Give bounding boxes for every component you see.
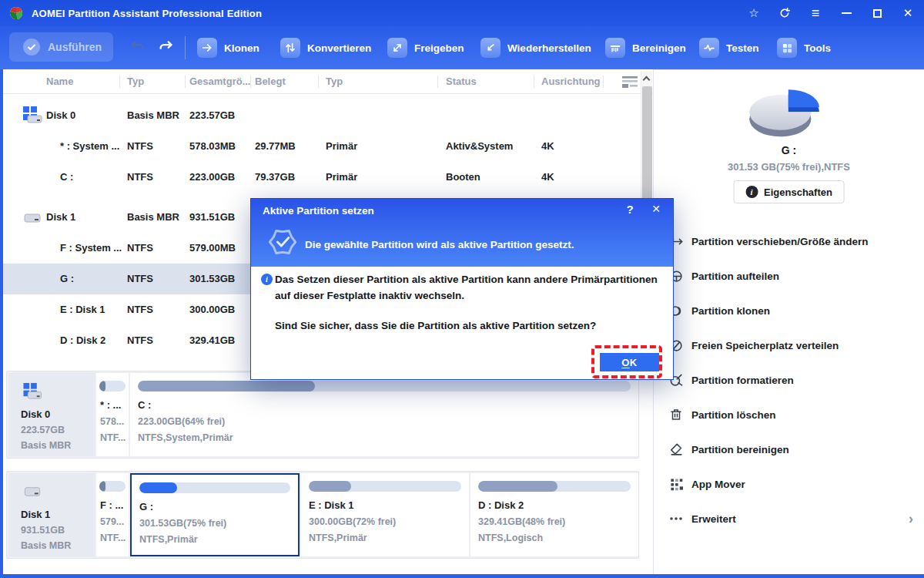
column-header-typ[interactable]: Typ <box>127 76 144 87</box>
disk-icon <box>22 207 42 227</box>
dialog-title: Aktive Partition setzen <box>263 205 374 217</box>
clone-button[interactable]: Klonen <box>197 35 259 60</box>
set-active-partition-dialog: Aktive Partition setzen ? ✕ Die gewählte… <box>250 198 674 380</box>
properties-button[interactable]: i Eigenschaften <box>733 180 845 203</box>
undo-icon[interactable] <box>129 37 146 54</box>
disk1-panel: Disk 1 931.51GB Basis MBR F : ... 579...… <box>6 471 639 559</box>
table-row[interactable]: * : System ... NTFS 578.03MB 29.77MB Pri… <box>0 131 639 162</box>
share-button[interactable]: Freigeben <box>387 35 464 60</box>
partition-cell-f[interactable]: F : ... 579... NTF... <box>96 473 129 556</box>
usage-bar <box>139 482 290 493</box>
dialog-close-button[interactable]: ✕ <box>648 203 664 215</box>
dialog-header: Aktive Partition setzen ? ✕ Die gewählte… <box>251 199 673 267</box>
update-sync-icon[interactable] <box>775 3 795 23</box>
dialog-help-button[interactable]: ? <box>622 203 638 216</box>
menu-item-wipe[interactable]: Partition bereinigen <box>654 437 924 462</box>
menu-item-format[interactable]: Partition formatieren <box>654 368 924 392</box>
menu-item-allocate-free-space[interactable]: Freien Speicherplatz verteilen <box>654 333 924 358</box>
usage-bar <box>138 381 631 391</box>
app-title: AOMEI Partition Assistant Professional E… <box>32 8 262 19</box>
partition-cell-system-reserved[interactable]: * : ... 578... NTF... <box>96 373 129 456</box>
disk-icon <box>21 382 44 401</box>
partition-cell-d[interactable]: D : Disk 2 329.41GB(48% frei) NTFS,Logis… <box>470 473 638 556</box>
partition-cell-c[interactable]: C : 223.00GB(64% frei) NTFS,System,Primä… <box>130 373 638 456</box>
app-mover-icon <box>668 476 685 492</box>
table-row[interactable]: Disk 0 Basis MBR 223.57GB <box>0 100 639 131</box>
redo-icon[interactable] <box>157 37 174 54</box>
maximize-button[interactable] <box>867 3 887 23</box>
column-settings-icon[interactable] <box>621 75 639 89</box>
toolbar-divider <box>185 36 186 59</box>
disk0-panel: Disk 0 223.57GB Basis MBR * : ... 578...… <box>6 371 639 459</box>
info-icon: i <box>745 186 758 198</box>
window-border-bottom <box>0 574 924 578</box>
table-row[interactable]: C : NTFS 223.00GB 79.37GB Primär Booten … <box>0 162 639 193</box>
menu-item-split[interactable]: Partition aufteilen <box>654 264 924 288</box>
ellipsis-icon <box>668 510 685 527</box>
check-icon <box>23 39 40 55</box>
titlebar: AOMEI Partition Assistant Professional E… <box>0 0 924 26</box>
disk-icon <box>21 482 44 501</box>
restore-icon <box>480 38 500 58</box>
usage-bar <box>99 481 126 492</box>
column-header-name[interactable]: Name <box>46 76 73 87</box>
minimize-button[interactable] <box>836 3 856 23</box>
column-header-typ2[interactable]: Typ <box>326 76 343 87</box>
convert-button[interactable]: Konvertieren <box>280 35 371 60</box>
menu-item-move-resize[interactable]: Partition verschieben/Größe ändern <box>654 229 924 254</box>
chevron-right-icon: › <box>909 512 913 526</box>
column-header-status[interactable]: Status <box>446 76 477 87</box>
window-border-left <box>0 69 3 575</box>
column-header-size[interactable]: Gesamtgrö... <box>189 76 250 87</box>
info-icon: i <box>261 274 273 285</box>
execute-button[interactable]: Ausführen <box>9 32 113 62</box>
disk-icon <box>22 106 42 125</box>
share-expand-icon <box>387 38 407 58</box>
usage-bar <box>478 481 631 492</box>
menu-item-app-mover[interactable]: App Mover <box>654 472 924 496</box>
selected-volume-name: G : <box>654 144 924 156</box>
tools-button[interactable]: Tools <box>777 35 831 60</box>
dialog-question-text: Sind Sie sicher, dass Sie die Partition … <box>275 320 596 331</box>
selected-volume-info: 301.53 GB(75% frei),NTFS <box>654 161 924 173</box>
column-header-alignment[interactable]: Ausrichtung <box>541 76 601 87</box>
app-logo-icon <box>9 6 23 20</box>
close-button[interactable]: ✕ <box>898 3 918 23</box>
clone-icon <box>197 38 217 58</box>
wipe-button[interactable]: Bereinigen <box>605 35 686 60</box>
ok-highlight-annotation <box>591 345 662 378</box>
scrollbar-up-arrow[interactable] <box>644 76 650 82</box>
disk1-info-cell[interactable]: Disk 1 931.51GB Basis MBR <box>8 473 95 556</box>
usage-bar <box>309 481 461 492</box>
table-header: Name Typ Gesamtgrö... Belegt Typ Status … <box>0 69 653 94</box>
favorite-star-icon[interactable]: ☆ <box>744 3 764 23</box>
trash-icon <box>668 406 685 423</box>
column-header-used[interactable]: Belegt <box>255 76 286 87</box>
dialog-headline: Die gewählte Partition wird als aktive P… <box>305 239 574 250</box>
disk0-info-cell[interactable]: Disk 0 223.57GB Basis MBR <box>8 373 95 456</box>
menu-item-advanced[interactable]: Erweitert › <box>654 506 924 531</box>
hamburger-menu-icon[interactable]: ≡ <box>805 3 825 23</box>
sidebar: G : 301.53 GB(75% frei),NTFS i Eigenscha… <box>653 69 924 575</box>
restore-button[interactable]: Wiederherstellen <box>480 35 591 60</box>
shredder-icon <box>605 38 625 58</box>
menu-item-clone[interactable]: Partition klonen <box>654 298 924 323</box>
execute-label: Ausführen <box>48 41 102 53</box>
pulse-icon <box>699 38 719 58</box>
tools-grid-icon <box>777 38 797 58</box>
partition-cell-g-selected[interactable]: G : 301.53GB(75% frei) NTFS,Primär <box>130 473 300 556</box>
convert-icon <box>280 38 300 58</box>
eraser-icon <box>668 441 685 458</box>
seal-check-icon <box>267 227 298 257</box>
dialog-warning-text: Das Setzen dieser Partition als aktive P… <box>275 271 664 304</box>
partition-cell-e[interactable]: E : Disk 1 300.00GB(72% frei) NTFS,Primä… <box>301 473 469 556</box>
usage-bar <box>99 381 126 391</box>
disk-usage-pie-chart <box>740 78 831 143</box>
toolbar: Ausführen Klonen Konvertieren Freigeben … <box>0 26 924 69</box>
test-button[interactable]: Testen <box>699 35 759 60</box>
menu-item-delete[interactable]: Partition löschen <box>654 402 924 427</box>
